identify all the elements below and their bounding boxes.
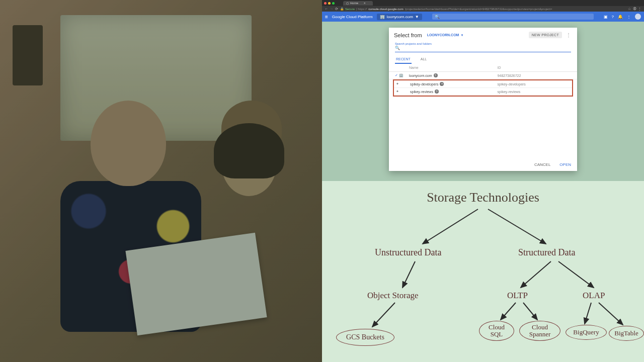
gcp-brand: Google Cloud Platform <box>332 15 373 19</box>
table-row[interactable]: ✦ spikey-developers? spikey-developers <box>394 80 572 88</box>
svg-line-8 <box>585 303 591 324</box>
tab-close-icon[interactable]: × <box>364 2 366 5</box>
svg-line-0 <box>423 209 478 244</box>
browser-toolbar: ← → ⟳ 🔒 Secure | https:// console.cloud.… <box>322 6 644 12</box>
org-icon: 🏢 <box>399 73 404 77</box>
row-name: loonycorn.com <box>409 74 432 77</box>
back-icon[interactable]: ← <box>325 8 328 11</box>
tab-all[interactable]: ALL <box>420 55 428 64</box>
address-bar[interactable]: 🔒 Secure | https:// console.cloud.google… <box>340 7 626 11</box>
gcp-search[interactable]: 🔍 <box>432 14 594 20</box>
info-icon[interactable]: ? <box>440 82 444 86</box>
col-name: Name <box>409 66 498 69</box>
node-unstructured: Unstructured Data <box>375 247 441 258</box>
svg-line-3 <box>372 303 395 327</box>
node-bigquery: BigQuery <box>566 325 607 340</box>
org-scope-label: LOONYCORN.COM <box>427 33 459 37</box>
project-selector-label: loonycorn.com <box>387 15 413 19</box>
row-name: spikey-developers <box>410 82 438 86</box>
node-cloud-spanner: Cloud Spanner <box>519 321 560 341</box>
secure-label: Secure <box>345 8 355 11</box>
browser-tabstrip: ⬡ Home × <box>322 0 644 6</box>
gcp-screenshot: ⬡ Home × ← → ⟳ 🔒 Secure | https:// conso… <box>322 0 644 181</box>
org-scope-chip[interactable]: LOONYCORN.COM ▼ <box>425 32 466 38</box>
modal-tabs: RECENT ALL <box>389 54 577 64</box>
project-icon: ✦ <box>396 82 399 86</box>
table-row[interactable]: ✦ spikey-reviews? spikey-reviews <box>394 88 572 96</box>
cancel-button[interactable]: CANCEL <box>534 162 550 167</box>
node-object-storage: Object Storage <box>367 291 419 301</box>
svg-line-5 <box>558 261 594 288</box>
browser-menu-icon[interactable]: ⋮ <box>638 8 641 11</box>
table-row[interactable]: ✓🏢 loonycorn.com? 948273826722 <box>389 72 577 79</box>
svg-line-7 <box>523 303 537 320</box>
tab-title: Home <box>350 2 358 5</box>
node-bigtable: BigTable <box>609 326 644 341</box>
row-id: spikey-developers <box>497 82 570 86</box>
project-search-input[interactable] <box>395 46 571 52</box>
svg-line-1 <box>488 209 546 244</box>
highlighted-rows: ✦ spikey-developers? spikey-developers ✦… <box>393 79 573 97</box>
node-gcs-buckets: GCS Buckets <box>336 329 394 346</box>
chevron-down-icon: ▼ <box>460 34 463 37</box>
table-header: Name ID <box>389 64 577 72</box>
new-project-button[interactable]: NEW PROJECT <box>529 32 562 38</box>
gcp-top-bar: ≡ Google Cloud Platform 🏢 loonycorn.com … <box>322 12 644 22</box>
window-zoom-icon[interactable] <box>332 2 335 5</box>
project-picker-modal: Select from LOONYCORN.COM ▼ NEW PROJECT … <box>389 28 577 171</box>
row-name: spikey-reviews <box>410 90 433 94</box>
promo-photo <box>0 0 322 362</box>
lock-icon: 🔒 <box>340 7 344 11</box>
open-button[interactable]: OPEN <box>559 162 571 167</box>
star-icon[interactable]: ☆ <box>628 8 631 11</box>
search-label: Search projects and folders <box>395 42 571 45</box>
chevron-down-icon: ▼ <box>415 15 419 19</box>
extensions-icon[interactable]: ⦿ <box>633 8 636 11</box>
help-icon[interactable]: ? <box>612 15 614 19</box>
row-id: 948273826722 <box>498 74 571 77</box>
svg-line-9 <box>599 303 623 325</box>
storage-diagram: Storage Technologies <box>322 181 644 362</box>
window-minimize-icon[interactable] <box>328 2 331 5</box>
notifications-icon[interactable]: 🔔 <box>618 15 623 19</box>
info-icon[interactable]: ? <box>435 89 439 94</box>
tab-recent[interactable]: RECENT <box>395 55 412 64</box>
node-oltp: OLTP <box>507 291 528 301</box>
node-structured: Structured Data <box>518 247 575 258</box>
forward-icon[interactable]: → <box>330 8 333 11</box>
modal-title: Select from <box>394 32 422 38</box>
row-id: spikey-reviews <box>497 90 570 94</box>
node-cloud-sql: Cloud SQL <box>479 321 514 341</box>
reload-icon[interactable]: ⟳ <box>335 8 338 11</box>
url-host: console.cloud.google.com <box>368 8 403 11</box>
org-icon: 🏢 <box>380 15 385 19</box>
search-icon: 🔍 <box>435 15 440 19</box>
cloudshell-icon[interactable]: ▣ <box>604 15 608 19</box>
project-selector[interactable]: 🏢 loonycorn.com ▼ <box>377 14 422 20</box>
url-path: /projectselector/home/dashboard?folder=&… <box>405 8 552 11</box>
info-icon[interactable]: ? <box>434 73 438 77</box>
col-id: ID <box>498 66 571 69</box>
hamburger-icon[interactable]: ≡ <box>325 14 328 20</box>
utilities-icon[interactable]: ⋮ <box>627 15 631 19</box>
svg-line-6 <box>501 303 516 320</box>
svg-line-2 <box>403 261 415 288</box>
modal-overflow-icon[interactable]: ⋮ <box>565 32 572 38</box>
check-icon: ✓ <box>395 73 398 77</box>
node-olap: OLAP <box>583 291 605 301</box>
tab-favicon: ⬡ <box>346 2 349 5</box>
project-icon: ✦ <box>396 89 399 94</box>
browser-tab[interactable]: ⬡ Home × <box>343 1 373 6</box>
svg-line-4 <box>521 261 551 288</box>
window-close-icon[interactable] <box>324 2 327 5</box>
account-avatar[interactable] <box>635 14 641 20</box>
